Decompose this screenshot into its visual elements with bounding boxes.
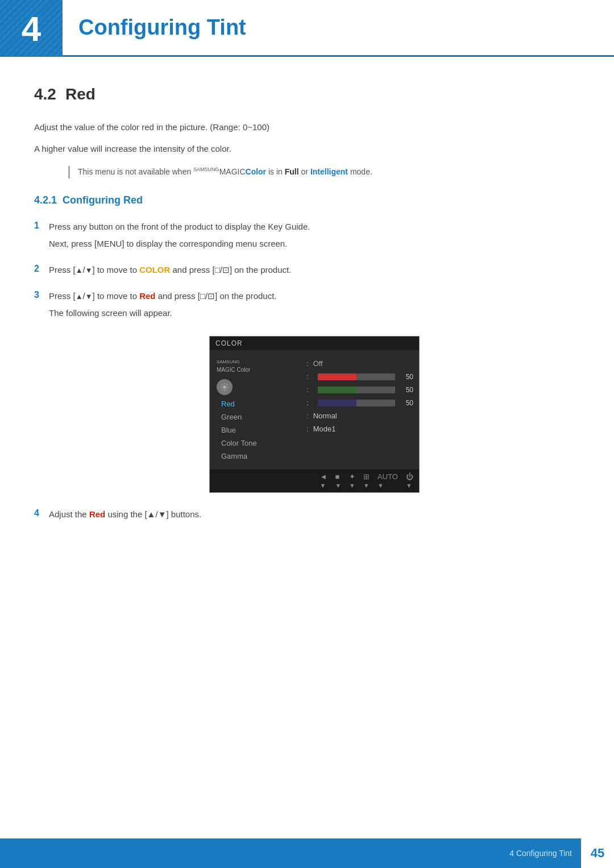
subsection-title: 4.2.1 Configuring Red [34, 194, 580, 206]
monitor-menu-blue: Blue [217, 423, 294, 437]
note-box: This menu is not available when SAMSUNGM… [68, 166, 580, 178]
chapter-title: Configuring Tint [78, 15, 246, 40]
main-content: 4.2Red Adjust the value of the color red… [0, 85, 614, 525]
paragraph-1: Adjust the value of the color red in the… [34, 121, 580, 134]
note-line [68, 166, 70, 178]
monitor-icon-display: ⊞▼ [363, 472, 370, 489]
monitor-titlebar: COLOR [210, 337, 419, 350]
monitor-icon-auto: AUTO▼ [377, 472, 398, 489]
monitor-value-green: : 50 [306, 383, 413, 396]
step-number-4: 4 [34, 508, 49, 518]
monitor-icon-row [217, 376, 294, 397]
monitor-body: SAMSUNGMAGIC Color Red [210, 350, 419, 470]
note-text: This menu is not available when SAMSUNGM… [78, 166, 372, 178]
monitor-menu-magic-color: SAMSUNGMAGIC Color [217, 357, 294, 376]
paragraph-2: A higher value will increase the intensi… [34, 142, 580, 156]
monitor-value-green-num: 50 [400, 386, 413, 394]
step-text-3: Press [▲/▼] to move to Red and press [□/… [49, 289, 580, 303]
step-item-3: 3 Press [▲/▼] to move to Red and press [… [34, 289, 580, 323]
monitor-value-off: : Off [306, 357, 413, 370]
step-text-2: Press [▲/▼] to move to COLOR and press [… [49, 263, 580, 277]
monitor-bottom-bar: ◄▼ ■▼ ✦▼ ⊞▼ AUTO▼ ⏻▼ [210, 470, 419, 492]
monitor-bar-fill-red [318, 373, 356, 380]
step-item-1: 1 Press any button on the front of the p… [34, 220, 580, 254]
svg-point-0 [223, 385, 226, 389]
monitor-bar-blue [318, 400, 395, 406]
steps-list-continued: 4 Adjust the Red using the [▲/▼] buttons… [34, 508, 580, 525]
step-number-3: 3 [34, 290, 49, 300]
monitor-icon-power: ⏻▼ [406, 472, 413, 489]
step-text-4: Adjust the Red using the [▲/▼] buttons. [49, 508, 580, 521]
monitor-gear-icon [217, 379, 233, 395]
intelligent-text: Intelligent [310, 167, 348, 176]
step-content-3: Press [▲/▼] to move to Red and press [□/… [49, 289, 580, 323]
magic-color-link: Color [246, 167, 267, 176]
samsung-magic-brand: SAMSUNGMAGIC [193, 167, 245, 176]
step-item-2: 2 Press [▲/▼] to move to COLOR and press… [34, 263, 580, 280]
step-text-1: Press any button on the front of the pro… [49, 220, 580, 234]
monitor-left-menu: SAMSUNGMAGIC Color Red [210, 357, 301, 463]
step-subtext-1: Next, press [MENU] to display the corres… [49, 237, 580, 251]
section-number: 4.2 [34, 85, 56, 103]
monitor-value-normal: : Normal [306, 409, 413, 422]
monitor-value-red: : 50 [306, 370, 413, 383]
page-header: 4 Configuring Tint [0, 0, 614, 57]
chapter-number-block: 4 [0, 0, 63, 57]
full-text: Full [285, 167, 299, 176]
step-content-4: Adjust the Red using the [▲/▼] buttons. [49, 508, 580, 525]
monitor-bar-green [318, 387, 395, 393]
monitor-value-blue-num: 50 [400, 399, 413, 407]
chapter-title-area: Configuring Tint [63, 0, 614, 57]
monitor-value-mode1: : Mode1 [306, 422, 413, 435]
step-content-1: Press any button on the front of the pro… [49, 220, 580, 254]
section-title: 4.2Red [34, 85, 580, 103]
step-number-2: 2 [34, 264, 49, 274]
step-subtext-3: The following screen will appear. [49, 306, 580, 320]
monitor-screen: COLOR SAMSUNGMAGIC Color [209, 336, 420, 493]
subsection-heading: Configuring Red [63, 194, 143, 206]
subsection-number: 4.2.1 [34, 194, 57, 206]
monitor-bar-red [318, 373, 395, 380]
monitor-menu-green: Green [217, 410, 294, 423]
monitor-value-red-num: 50 [400, 373, 413, 381]
monitor-icon-back: ◄▼ [320, 472, 327, 489]
monitor-right-values: : Off : 50 : [301, 357, 419, 463]
monitor-image: COLOR SAMSUNGMAGIC Color [49, 336, 580, 493]
section-heading: Red [65, 85, 96, 103]
monitor-menu-gamma: Gamma [217, 450, 294, 463]
monitor-icon-plus: ✦▼ [349, 472, 355, 489]
monitor-menu-colortone: Color Tone [217, 437, 294, 450]
step-number-1: 1 [34, 221, 49, 231]
footer-text: 4 Configuring Tint [509, 849, 581, 858]
step-content-2: Press [▲/▼] to move to COLOR and press [… [49, 263, 580, 280]
monitor-bar-fill-green [318, 387, 356, 393]
samsung-sup: SAMSUNG [193, 167, 219, 172]
monitor-icon-black: ■▼ [335, 472, 341, 489]
monitor-menu-red: Red [217, 397, 294, 410]
chapter-number: 4 [22, 9, 41, 49]
footer-page-number: 45 [581, 838, 614, 868]
steps-list: 1 Press any button on the front of the p… [34, 220, 580, 323]
page-footer: 4 Configuring Tint 45 [0, 838, 614, 868]
monitor-value-blue: : 50 [306, 396, 413, 409]
monitor-bar-fill-blue [318, 400, 356, 406]
step-item-4: 4 Adjust the Red using the [▲/▼] buttons… [34, 508, 580, 525]
